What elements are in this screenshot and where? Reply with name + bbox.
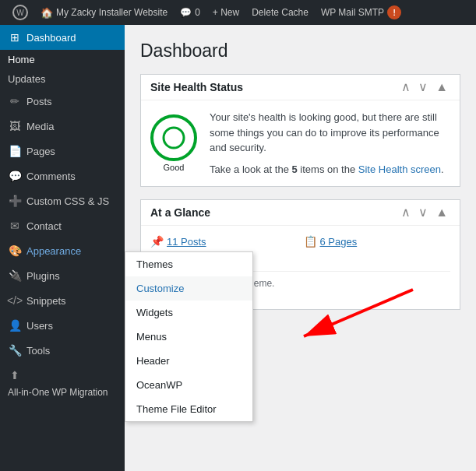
posts-link[interactable]: 11 Posts xyxy=(167,236,206,248)
snippets-icon: </> xyxy=(8,293,22,308)
all-in-one-icon: ⬆ xyxy=(8,368,22,382)
adminbar-comments[interactable]: 💬 0 xyxy=(174,0,206,25)
sidebar-item-pages[interactable]: 📄 Pages xyxy=(0,139,125,163)
sidebar-item-snippets[interactable]: </> Snippets xyxy=(0,288,125,313)
adminbar-new[interactable]: + New xyxy=(206,0,245,25)
site-health-body: Good Your site's health is looking good,… xyxy=(141,100,460,186)
sidebar-item-media[interactable]: 🖼 Media xyxy=(0,114,125,139)
admin-menu: ⊞ Dashboard Home Updates ✏ Posts 🖼 Media… xyxy=(0,25,125,471)
glance-pages[interactable]: 📋 6 Pages xyxy=(304,235,451,248)
custom-css-icon: ➕ xyxy=(8,194,22,208)
sidebar-item-tools[interactable]: 🔧 Tools xyxy=(0,338,125,363)
pin-icon: 📌 xyxy=(150,235,164,248)
svg-point-2 xyxy=(164,128,184,148)
site-health-title: Site Health Status xyxy=(150,81,243,93)
appearance-menu-themes[interactable]: Themes xyxy=(125,252,252,276)
sidebar-item-appearance[interactable]: 🎨 Appearance xyxy=(0,238,125,263)
at-a-glance-collapse-down[interactable]: ∨ xyxy=(416,206,430,219)
plugins-icon: 🔌 xyxy=(8,269,22,283)
sidebar-subitem-home[interactable]: Home xyxy=(0,50,125,69)
wp-mail-badge: ! xyxy=(387,5,401,19)
sidebar-item-contact[interactable]: ✉ Contact xyxy=(0,213,125,238)
site-health-inner: Good Your site's health is looking good,… xyxy=(150,110,450,177)
media-icon: 🖼 xyxy=(8,119,22,133)
page-title: Dashboard xyxy=(140,40,460,62)
sidebar-item-custom-css[interactable]: ➕ Custom CSS & JS xyxy=(0,188,125,213)
at-a-glance-header: At a Glance ∧ ∨ ▲ xyxy=(141,200,460,226)
comments-icon: 💬 xyxy=(180,7,192,18)
site-health-collapse-down[interactable]: ∨ xyxy=(416,81,430,93)
site-health-link[interactable]: Site Health screen xyxy=(358,163,441,175)
svg-text:W: W xyxy=(16,9,24,17)
dashboard-icon: ⊞ xyxy=(8,30,22,44)
appearance-menu-customize[interactable]: Customize xyxy=(125,276,252,301)
comments-menu-icon: 💬 xyxy=(8,169,22,183)
sidebar-item-dashboard[interactable]: ⊞ Dashboard xyxy=(0,25,125,50)
contact-icon: ✉ xyxy=(8,219,22,233)
appearance-menu-oceanwp[interactable]: OceanWP xyxy=(125,373,252,397)
appearance-submenu-popup: Themes Customize Widgets Menus Header Oc… xyxy=(125,251,253,422)
pages-icon: 📄 xyxy=(8,144,22,158)
site-health-controls: ∧ ∨ ▲ xyxy=(399,81,450,93)
sidebar-item-users[interactable]: 👤 Users xyxy=(0,313,125,338)
file-icon: 📋 xyxy=(304,235,317,248)
pages-link[interactable]: 6 Pages xyxy=(320,236,358,248)
posts-icon: ✏ xyxy=(8,94,22,108)
sidebar-item-posts[interactable]: ✏ Posts xyxy=(0,89,125,114)
site-health-toggle[interactable]: ▲ xyxy=(433,81,450,93)
site-health-widget: Site Health Status ∧ ∨ ▲ Good xyxy=(140,74,460,187)
health-text-p2: Take a look at the 5 items on the Site H… xyxy=(210,162,450,178)
at-a-glance-title: At a Glance xyxy=(150,206,210,219)
at-a-glance-controls: ∧ ∨ ▲ xyxy=(399,206,450,219)
at-a-glance-collapse-up[interactable]: ∧ xyxy=(399,206,413,219)
users-icon: 👤 xyxy=(8,318,22,332)
adminbar-delete-cache[interactable]: Delete Cache xyxy=(245,0,315,25)
health-status-label: Good xyxy=(150,163,197,172)
at-a-glance-toggle[interactable]: ▲ xyxy=(433,206,450,219)
site-health-collapse-up[interactable]: ∧ xyxy=(399,81,413,93)
sidebar-item-plugins[interactable]: 🔌 Plugins xyxy=(0,263,125,288)
health-indicator: Good xyxy=(150,114,197,172)
appearance-menu-widgets[interactable]: Widgets xyxy=(125,301,252,325)
health-description: Your site's health is looking good, but … xyxy=(210,110,450,177)
site-health-header: Site Health Status ∧ ∨ ▲ xyxy=(141,75,460,100)
adminbar-site-name[interactable]: 🏠 My Zacky Installer Website xyxy=(34,0,174,25)
adminbar-wp-mail-smtp[interactable]: WP Mail SMTP ! xyxy=(315,0,407,25)
health-text-p1: Your site's health is looking good, but … xyxy=(210,110,450,156)
sidebar-item-all-in-one[interactable]: ⬆ All-in-One WP Migration xyxy=(0,363,125,405)
appearance-icon: 🎨 xyxy=(8,244,22,258)
sidebar-item-comments[interactable]: 💬 Comments xyxy=(0,163,125,188)
health-circle xyxy=(150,114,197,161)
home-icon: 🏠 xyxy=(41,7,53,19)
appearance-menu-theme-file-editor[interactable]: Theme File Editor xyxy=(125,397,252,421)
adminbar-wp-logo[interactable]: W xyxy=(6,0,34,25)
appearance-menu-header[interactable]: Header xyxy=(125,349,252,373)
glance-posts[interactable]: 📌 11 Posts xyxy=(150,235,298,248)
appearance-menu-menus[interactable]: Menus xyxy=(125,325,252,349)
tools-icon: 🔧 xyxy=(8,343,22,357)
admin-bar: W 🏠 My Zacky Installer Website 💬 0 + New… xyxy=(0,0,476,25)
sidebar-subitem-updates[interactable]: Updates xyxy=(0,69,125,89)
content-wrapper: ⊞ Dashboard Home Updates ✏ Posts 🖼 Media… xyxy=(0,25,476,471)
